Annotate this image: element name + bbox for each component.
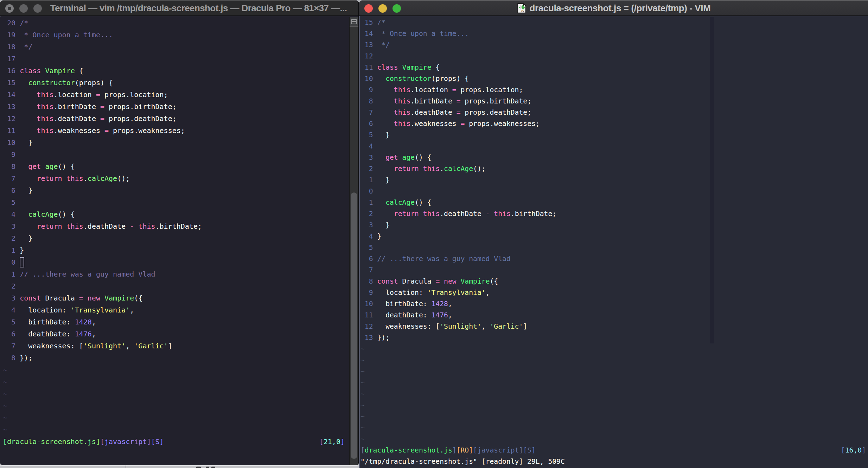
macvim-titlebar[interactable]: JS dracula-screenshot.js = (/private/tmp…: [359, 0, 868, 16]
split-pane-icon: [351, 19, 357, 24]
terminal-window: Terminal — vim /tmp/dracula-screenshot.j…: [0, 0, 359, 465]
vim-commandline: [0, 448, 349, 460]
code-line: 17: [0, 53, 349, 65]
code-line: 2 }: [0, 232, 349, 244]
code-line: 1 // ...there was a guy named Vlad: [0, 268, 349, 280]
code-line: 14 this.location = props.location;: [0, 89, 349, 101]
code-line: 2 return this.deathDate - this.birthDate…: [360, 208, 868, 220]
code-line: 14 * Once upon a time...: [360, 28, 868, 39]
code-line: 12: [360, 51, 868, 62]
code-line: 7 return this.calcAge();: [0, 172, 349, 184]
code-line: 3 const Dracula = new Vampire({: [0, 292, 349, 304]
code-line: 15 /*: [360, 17, 868, 28]
code-line: 9 location: 'Transylvania',: [360, 287, 868, 298]
background-text-fragment: [211, 467, 215, 468]
vim-statusline: [dracula-screenshot.js][RO][javascript][…: [360, 445, 868, 456]
code-line: 8 const Dracula = new Vampire({: [360, 276, 868, 287]
code-line: 7 this.deathDate = props.deathDate;: [360, 107, 868, 118]
terminal-vim-buffer[interactable]: 20 /* 19 * Once upon a time... 18 */ 17 …: [0, 17, 349, 465]
svg-text:JS: JS: [520, 10, 524, 13]
code-line: 12 this.deathDate = props.deathDate;: [0, 113, 349, 125]
code-line: 5: [360, 242, 868, 253]
code-line: 1 }: [360, 175, 868, 186]
code-line: 6 }: [0, 184, 349, 196]
empty-buffer-line: ~: [0, 376, 349, 388]
code-line: 9 this.location = props.location;: [360, 84, 868, 96]
code-line: 4 calcAge() {: [0, 208, 349, 220]
code-line: 13 });: [360, 332, 868, 343]
code-line: 6 // ...there was a guy named Vlad: [360, 253, 868, 265]
code-line: 0: [0, 256, 349, 268]
code-line: 1 calcAge() {: [360, 197, 868, 208]
empty-buffer-line: ~: [360, 422, 868, 434]
empty-buffer-line: ~: [0, 364, 349, 376]
terminal-scrollbar-thumb[interactable]: [351, 192, 357, 459]
vim-ruler: [16,0]: [841, 445, 866, 456]
code-line: 6 this.weaknesses = props.weaknesses;: [360, 118, 868, 129]
background-text-fragment: [196, 467, 201, 468]
code-line: 5 birthDate: 1428,: [0, 316, 349, 328]
code-line: 11 class Vampire {: [360, 62, 868, 73]
code-line: 6 deathDate: 1476,: [0, 328, 349, 340]
terminal-scrollbar-track[interactable]: [349, 17, 358, 465]
code-line: 12 weaknesses: ['Sunlight', 'Garlic']: [360, 321, 868, 332]
macvim-window-title: JS dracula-screenshot.js = (/private/tmp…: [359, 0, 868, 16]
empty-buffer-line: ~: [360, 388, 868, 400]
code-line: 20 /*: [0, 17, 349, 29]
code-line: 8 this.birthDate = props.birthDate;: [360, 96, 868, 107]
desktop-background-strip: [0, 465, 359, 468]
background-text-fragment: [206, 467, 209, 468]
vim-statusline: [dracula-screenshot.js][javascript][S][2…: [0, 436, 349, 448]
js-file-vim-icon: JS: [517, 3, 526, 13]
empty-buffer-line: ~: [360, 411, 868, 422]
code-line: 11 deathDate: 1476,: [360, 310, 868, 321]
code-line: 16 class Vampire {: [0, 65, 349, 77]
code-line: 4: [360, 141, 868, 152]
code-line: 5: [0, 196, 349, 208]
empty-buffer-line: ~: [0, 400, 349, 412]
code-line: 3 }: [360, 220, 868, 231]
code-line: 8 get age() {: [0, 160, 349, 172]
code-line: 2 return this.calcAge();: [360, 163, 868, 175]
code-line: 10 }: [0, 137, 349, 148]
empty-buffer-line: ~: [360, 343, 868, 355]
code-line: 7: [360, 265, 868, 276]
code-line: 8 });: [0, 352, 349, 364]
code-line: 4 }: [360, 231, 868, 242]
code-line: 18 */: [0, 41, 349, 53]
code-line: 3 get age() {: [360, 152, 868, 163]
code-line: 4 location: 'Transylvania',: [0, 304, 349, 316]
code-line: 13 this.birthDate = props.birthDate;: [0, 101, 349, 113]
macvim-window: JS dracula-screenshot.js = (/private/tmp…: [359, 0, 868, 468]
code-line: 19 * Once upon a time...: [0, 29, 349, 41]
macvim-vim-buffer[interactable]: 15 /* 14 * Once upon a time... 13 */ 12 …: [360, 17, 868, 468]
vim-hollow-cursor: [20, 257, 24, 267]
code-line: 7 weaknesses: ['Sunlight', 'Garlic']: [0, 340, 349, 352]
empty-buffer-line: ~: [360, 366, 868, 377]
empty-buffer-line: ~: [360, 400, 868, 411]
split-pane-button[interactable]: [350, 17, 358, 27]
empty-buffer-line: ~: [0, 412, 349, 424]
code-line: 1 }: [0, 244, 349, 256]
code-line: 13 */: [360, 39, 868, 51]
code-line: 11 this.weaknesses = props.weaknesses;: [0, 125, 349, 137]
empty-buffer-line: ~: [360, 434, 868, 445]
code-line: 5 }: [360, 129, 868, 141]
code-line: 2: [0, 280, 349, 292]
vim-commandline: "/tmp/dracula-screenshot.js" [readonly] …: [360, 456, 868, 467]
macvim-title-text: dracula-screenshot.js = (/private/tmp) -…: [530, 3, 711, 14]
code-line: 10 birthDate: 1428,: [360, 298, 868, 310]
empty-buffer-line: ~: [360, 377, 868, 388]
code-line: 0: [360, 186, 868, 197]
macvim-left-edge-highlight: [359, 16, 360, 468]
empty-buffer-line: ~: [360, 355, 868, 366]
code-line: 15 constructor(props) {: [0, 77, 349, 89]
vim-ruler: [21,0]: [319, 436, 345, 448]
code-line: 9: [0, 148, 349, 160]
code-line: 3 return this.deathDate - this.birthDate…: [0, 220, 349, 232]
terminal-window-title: Terminal — vim /tmp/dracula-screenshot.j…: [0, 0, 358, 16]
code-line: 10 constructor(props) {: [360, 73, 868, 84]
terminal-titlebar[interactable]: Terminal — vim /tmp/dracula-screenshot.j…: [0, 0, 358, 16]
background-window-seam: [126, 466, 126, 468]
empty-buffer-line: ~: [0, 424, 349, 436]
